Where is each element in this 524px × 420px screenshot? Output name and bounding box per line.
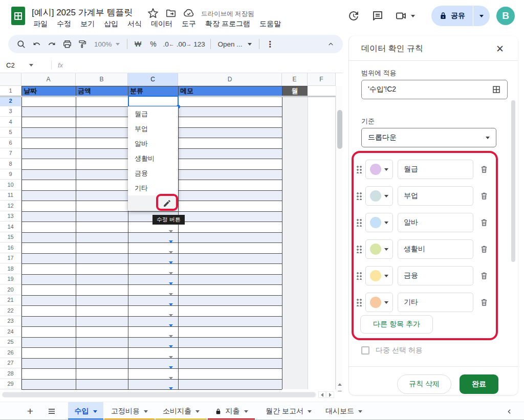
all-sheets-icon[interactable] xyxy=(45,405,58,418)
cloud-saved-icon[interactable] xyxy=(183,8,194,19)
move-folder-icon[interactable] xyxy=(165,8,177,19)
dropdown-option-부업[interactable]: 부업 xyxy=(128,121,178,136)
row-header-17[interactable]: 17 xyxy=(0,253,21,264)
menu-삽입[interactable]: 삽입 xyxy=(100,19,122,30)
star-icon[interactable] xyxy=(147,8,159,19)
grid-corner[interactable] xyxy=(0,73,21,86)
percent-format-button[interactable]: % xyxy=(146,37,161,51)
account-avatar[interactable]: B xyxy=(496,7,515,25)
undo-icon[interactable] xyxy=(29,37,44,51)
column-header-B[interactable]: B xyxy=(76,73,128,86)
row-header-11[interactable]: 11 xyxy=(0,190,21,201)
row-header-22[interactable]: 22 xyxy=(0,305,21,316)
column-header-E[interactable]: E xyxy=(282,73,308,86)
menu-보기[interactable]: 보기 xyxy=(77,19,98,30)
dropdown-option-금융[interactable]: 금융 xyxy=(128,166,178,181)
row-header-10[interactable]: 10 xyxy=(0,180,21,190)
select-range-grid-icon[interactable] xyxy=(492,85,501,94)
dropdown-option-월급[interactable]: 월급 xyxy=(128,106,178,121)
column-header-C[interactable]: C xyxy=(128,73,178,86)
sheet-tab-고정비용[interactable]: 고정비용 xyxy=(104,402,155,420)
row-header-5[interactable]: 5 xyxy=(0,127,21,138)
close-panel-icon[interactable]: ✕ xyxy=(494,42,506,55)
sheets-logo-icon[interactable] xyxy=(11,7,25,25)
collapse-toolbar-icon[interactable] xyxy=(325,39,336,49)
cell-dropdown-arrow-C27[interactable] xyxy=(169,362,173,371)
cell-dropdown-arrow-C23[interactable] xyxy=(169,320,173,329)
row-header-14[interactable]: 14 xyxy=(0,222,21,232)
scroll-up-icon[interactable] xyxy=(337,381,343,388)
menu-수정[interactable]: 수정 xyxy=(53,19,75,30)
row-header-1[interactable]: 1 xyxy=(0,86,21,96)
row-header-24[interactable]: 24 xyxy=(0,326,21,337)
sheet-tab-월간 보고서[interactable]: 월간 보고서 xyxy=(260,402,317,420)
cell-C1[interactable]: 분류 xyxy=(128,86,178,96)
zoom-select[interactable]: 100% xyxy=(90,40,124,48)
row-header-12[interactable]: 12 xyxy=(0,201,21,211)
row-header-7[interactable]: 7 xyxy=(0,148,21,159)
column-header-A[interactable]: A xyxy=(21,73,76,86)
horizontal-scrollbar[interactable] xyxy=(2,392,316,397)
cell-dropdown-arrow-C15[interactable] xyxy=(169,236,173,245)
done-button[interactable]: 완료 xyxy=(460,374,498,394)
row-header-19[interactable]: 19 xyxy=(0,274,21,285)
sheet-tab-소비지출[interactable]: 소비지출 xyxy=(156,402,207,420)
multi-select-checkbox[interactable] xyxy=(361,346,369,355)
panel-scrollbar-thumb[interactable] xyxy=(511,100,515,262)
cell-dropdown-arrow-C26[interactable] xyxy=(169,351,173,361)
sheet-tab-caret-icon[interactable] xyxy=(195,410,200,413)
cell-dropdown-arrow-C29[interactable] xyxy=(169,383,173,391)
menu-데이터[interactable]: 데이터 xyxy=(147,19,176,30)
column-header-F[interactable]: F xyxy=(308,73,336,86)
sheet-tab-caret-icon[interactable] xyxy=(308,410,312,413)
cell-E1[interactable]: 월 xyxy=(282,86,308,96)
cell-B1[interactable]: 금액 xyxy=(76,86,128,96)
dropdown-option-기타[interactable]: 기타 xyxy=(128,181,178,195)
cell-D1[interactable]: 메모 xyxy=(178,86,282,96)
sheet-tab-caret-icon[interactable] xyxy=(358,410,362,413)
cell-dropdown-arrow-C17[interactable] xyxy=(169,257,173,266)
spreadsheet-grid[interactable]: ABCDEF1234567891011121314151617181920212… xyxy=(0,73,343,391)
row-header-15[interactable]: 15 xyxy=(0,232,21,243)
row-header-16[interactable]: 16 xyxy=(0,242,21,253)
horizontal-scrollbar-thumb[interactable] xyxy=(3,392,315,397)
menu-도구[interactable]: 도구 xyxy=(178,19,200,30)
comments-icon[interactable] xyxy=(372,10,384,22)
cell-dropdown-arrow-C14[interactable] xyxy=(169,226,173,235)
collapse-tabs-icon[interactable] xyxy=(504,406,514,416)
increase-decimal-button[interactable]: .00→ xyxy=(177,37,192,51)
row-header-18[interactable]: 18 xyxy=(0,263,21,274)
cell-dropdown-arrow-C21[interactable] xyxy=(169,299,173,308)
row-header-6[interactable]: 6 xyxy=(0,138,21,148)
currency-format-button[interactable]: ₩ xyxy=(130,37,146,51)
row-header-21[interactable]: 21 xyxy=(0,295,21,306)
criteria-select[interactable]: 드롭다운 xyxy=(361,128,496,147)
cell-dropdown-arrow-C22[interactable] xyxy=(169,310,173,319)
sheet-tab-caret-icon[interactable] xyxy=(93,410,97,413)
redo-icon[interactable] xyxy=(44,37,59,51)
row-header-9[interactable]: 9 xyxy=(0,169,21,180)
scroll-left-icon[interactable] xyxy=(318,391,326,398)
cell-dropdown-arrow-C20[interactable] xyxy=(169,289,173,298)
search-icon[interactable] xyxy=(13,37,29,51)
cell-dropdown-arrow-C28[interactable] xyxy=(169,372,173,382)
share-main[interactable]: 공유 xyxy=(431,11,473,20)
menu-파일[interactable]: 파일 xyxy=(30,19,51,30)
row-header-25[interactable]: 25 xyxy=(0,337,21,348)
row-header-23[interactable]: 23 xyxy=(0,316,21,327)
name-box-caret-icon[interactable] xyxy=(29,64,33,67)
menu-도움말[interactable]: 도움말 xyxy=(256,19,285,30)
dropdown-option-알바[interactable]: 알바 xyxy=(128,136,178,151)
cell-dropdown-arrow-C19[interactable] xyxy=(169,278,173,287)
name-box[interactable]: C2 xyxy=(0,61,51,69)
row-header-29[interactable]: 29 xyxy=(0,379,21,390)
menu-확장 프로그램[interactable]: 확장 프로그램 xyxy=(202,19,254,30)
delete-rule-button[interactable]: 규칙 삭제 xyxy=(397,374,451,394)
row-header-27[interactable]: 27 xyxy=(0,358,21,369)
share-button[interactable]: 공유 xyxy=(431,6,490,26)
row-header-20[interactable]: 20 xyxy=(0,284,21,295)
document-title[interactable]: [예시] 2025 가계부 템플릿 xyxy=(32,7,133,18)
version-history-icon[interactable] xyxy=(347,10,359,22)
paint-format-icon[interactable] xyxy=(75,37,90,51)
cell-A1[interactable]: 날짜 xyxy=(21,86,76,96)
